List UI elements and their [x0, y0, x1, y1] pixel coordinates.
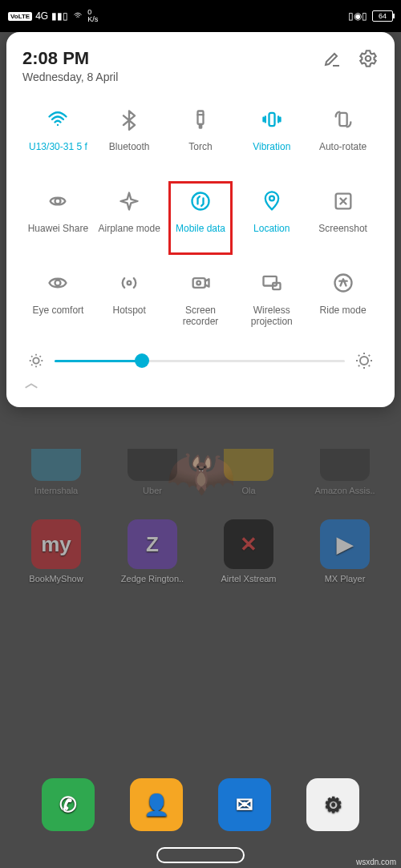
app-uber[interactable]: Uber [120, 449, 184, 495]
toggle-ride[interactable]: Ride mode [307, 263, 379, 337]
location-icon [260, 189, 284, 213]
toggle-torch[interactable]: Torch [165, 99, 237, 173]
quick-settings-panel: 2:08 PM Wednesday, 8 April U13/30-31 5 f… [6, 32, 395, 407]
cast-icon [260, 271, 284, 295]
sun-low-icon [27, 352, 45, 369]
expand-chevron-icon[interactable] [22, 382, 379, 391]
app-amazon-assis-[interactable]: Amazon Assis.. [313, 449, 377, 495]
status-bar: VoLTE 4G ▮▮▯ 0K/s ▯◉▯ 64 [0, 0, 401, 32]
svg-point-15 [33, 357, 38, 363]
toggle-eye[interactable]: Eye comfort [22, 263, 94, 337]
app-label: Amazon Assis.. [313, 486, 377, 495]
svg-point-14 [334, 275, 351, 292]
toggle-label: Eye comfort [32, 305, 83, 327]
toggle-label: Ride mode [320, 305, 367, 327]
toggle-wifi[interactable]: U13/30-31 5 f [22, 99, 94, 173]
toggle-label: Mobile data [176, 223, 225, 245]
toggle-bluetooth[interactable]: Bluetooth [94, 99, 165, 173]
svg-point-8 [55, 281, 61, 286]
date: Wednesday, 8 April [22, 71, 118, 83]
app-zedge-rington-[interactable]: ZZedge Rington.. [120, 519, 184, 583]
svg-point-0 [366, 56, 371, 62]
toggle-record[interactable]: Screen recorder [165, 263, 237, 337]
toggle-label: Airplane mode [99, 223, 160, 245]
slider-thumb[interactable] [135, 353, 149, 368]
svg-point-9 [128, 281, 132, 285]
rotate-icon [331, 107, 355, 131]
svg-rect-12 [263, 277, 276, 286]
toggle-label: Wireless projection [237, 305, 306, 327]
toggle-label: Vibration [253, 141, 290, 164]
toggle-vibration[interactable]: Vibration [236, 99, 307, 173]
airplane-icon [117, 189, 141, 213]
data-speed: 0K/s [87, 9, 98, 23]
brightness-slider[interactable] [55, 360, 345, 362]
record-icon [188, 271, 213, 295]
toggle-hotspot[interactable]: Hotspot [94, 263, 165, 337]
svg-point-6 [269, 196, 274, 201]
hotspot-icon [117, 271, 141, 295]
time: 2:08 PM [22, 48, 118, 69]
toggle-label: Location [253, 223, 290, 245]
signal-icon: ▮▮▯ [51, 10, 68, 22]
toggle-data[interactable]: Mobile data [165, 181, 237, 255]
torch-icon [188, 107, 213, 131]
svg-point-5 [192, 193, 209, 210]
nav-bar[interactable] [0, 847, 401, 863]
vibrate-status-icon: ▯◉▯ [348, 10, 367, 22]
toggle-share[interactable]: Huawei Share [22, 181, 94, 255]
bluetooth-icon [117, 107, 141, 131]
app-settings[interactable]: ⚙ [301, 778, 365, 836]
svg-point-16 [360, 357, 368, 365]
app-internshala[interactable]: Internshala [24, 449, 88, 495]
vibration-icon [260, 107, 284, 131]
gear-icon[interactable] [358, 48, 379, 69]
home-gesture-pill[interactable] [156, 847, 245, 863]
toggle-label: Auto-rotate [319, 141, 367, 164]
toggle-airplane[interactable]: Airplane mode [94, 181, 165, 255]
toggle-label: Screen recorder [167, 305, 235, 327]
toggle-label: Bluetooth [109, 141, 150, 164]
watermark: wsxdn.com [356, 858, 396, 866]
toggle-location[interactable]: Location [236, 181, 307, 255]
toggle-label: Torch [188, 141, 212, 164]
app-label: Internshala [24, 486, 88, 495]
toggle-label: Huawei Share [28, 223, 88, 245]
svg-rect-2 [269, 113, 274, 126]
wifi-status-icon [71, 11, 84, 21]
svg-point-4 [55, 199, 61, 204]
volte-badge: VoLTE [8, 12, 32, 21]
app-phone[interactable]: ✆ [36, 778, 100, 836]
screenshot-icon [331, 189, 355, 213]
status-left: VoLTE 4G ▮▮▯ 0K/s [8, 9, 98, 23]
slider-fill [55, 360, 142, 362]
status-right: ▯◉▯ 64 [348, 10, 393, 22]
svg-rect-3 [339, 113, 346, 126]
toggle-cast[interactable]: Wireless projection [236, 263, 307, 337]
panel-header: 2:08 PM Wednesday, 8 April [22, 48, 379, 83]
app-contacts[interactable]: 👤 [124, 778, 188, 836]
app-label: MX Player [313, 574, 377, 583]
eye-icon [46, 271, 70, 295]
app-label: BookMyShow [24, 574, 88, 583]
sun-high-icon [354, 351, 374, 370]
dock: ✆👤✉⚙ [0, 778, 401, 836]
share-icon [46, 189, 70, 213]
toggle-label: Hotspot [113, 305, 146, 327]
app-airtel-xstream[interactable]: ✕Airtel Xstream [217, 519, 281, 583]
battery-indicator: 64 [372, 10, 393, 22]
brightness-row [22, 351, 379, 370]
app-mx-player[interactable]: ▶MX Player [313, 519, 377, 583]
svg-point-11 [196, 281, 200, 285]
toggle-label: Screenshot [318, 223, 367, 245]
toggle-grid: U13/30-31 5 fBluetoothTorchVibrationAuto… [22, 99, 379, 337]
app-ola[interactable]: Ola [217, 449, 281, 495]
app-messages[interactable]: ✉ [213, 778, 277, 836]
svg-rect-1 [197, 111, 203, 124]
edit-icon[interactable] [322, 49, 342, 68]
app-label: Ola [217, 486, 281, 495]
toggle-rotate[interactable]: Auto-rotate [307, 99, 379, 173]
app-bookmyshow[interactable]: myBookMyShow [24, 519, 88, 583]
wifi-icon [46, 107, 70, 131]
toggle-screenshot[interactable]: Screenshot [307, 181, 379, 255]
